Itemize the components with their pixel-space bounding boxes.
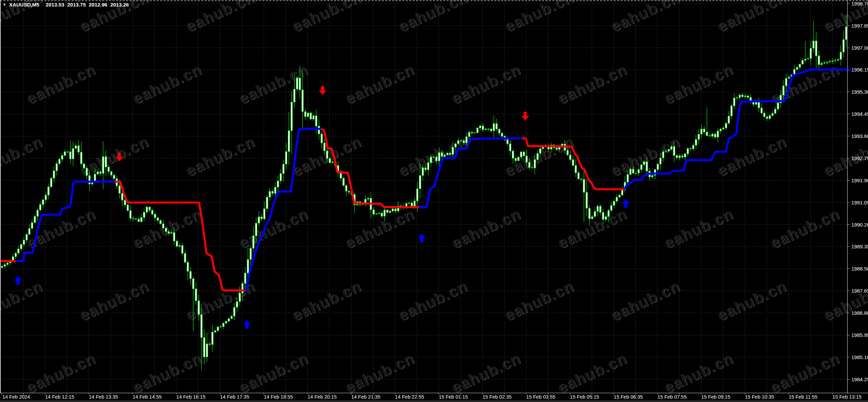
candle-body (184, 253, 186, 262)
time-axis-label: 15 Feb 01:15 (439, 394, 468, 400)
watermark-text: eahub.cn (0, 133, 45, 180)
time-axis-label: 14 Feb 18:55 (264, 394, 293, 400)
candle-body (277, 181, 279, 187)
time-axis[interactable]: 14 Feb 202414 Feb 12:1514 Feb 13:3514 Fe… (0, 393, 868, 400)
candle-body (59, 159, 60, 164)
candle-body (422, 168, 424, 175)
candle-body (392, 209, 393, 211)
candle-body (206, 344, 208, 357)
candle-body (449, 153, 451, 154)
candle-body (777, 103, 779, 109)
watermark-text: eahub.cn (555, 349, 629, 397)
candle-body (717, 131, 719, 137)
price-axis-label: 1991.05 (851, 200, 868, 205)
candle-body (269, 191, 270, 197)
candle-body (386, 210, 388, 213)
candle-body (490, 129, 492, 131)
price-tick (848, 180, 850, 181)
candle-body (835, 60, 836, 61)
price-chart-canvas[interactable]: eahub.cneahub.cneahub.cneahub.cneahub.cn… (0, 0, 868, 402)
candle-body (742, 95, 743, 97)
price-tick (848, 357, 850, 357)
candle-body (772, 113, 773, 115)
candle-body (433, 157, 435, 157)
candle-body (313, 116, 314, 119)
candle-body (239, 293, 241, 302)
candle-body (782, 86, 784, 95)
price-axis-label: 1985.95 (851, 333, 868, 338)
candle-body (744, 96, 746, 97)
candle-body (72, 149, 74, 159)
candle-body (441, 153, 443, 156)
time-axis-label: 14 Feb 14:55 (133, 394, 161, 400)
candle-body (589, 208, 590, 219)
price-axis-label: 1989.35 (851, 244, 868, 249)
candle-body (761, 108, 762, 113)
candle-body (64, 152, 66, 155)
candle-body (162, 224, 164, 228)
candle-body (310, 113, 312, 119)
candle-body (89, 175, 90, 184)
price-axis[interactable]: 1998.701997.851997.001996.151995.301994.… (847, 0, 868, 393)
candle-body (769, 115, 771, 119)
chart-title: ▼ XAUUSD,M5 2013.53 2013.75 2012.96 2013… (3, 2, 129, 7)
watermark-text: eahub.cn (23, 60, 98, 108)
candle-body (660, 158, 661, 164)
ohlc-open: 2013.53 (46, 2, 64, 7)
price-axis-label: 1990.20 (851, 222, 868, 227)
candle-body (733, 98, 735, 106)
candle-body (474, 133, 476, 133)
window-bottom-strip (0, 400, 868, 402)
candle-body (305, 112, 306, 117)
candle-body (695, 139, 697, 145)
candle-body (610, 205, 612, 211)
watermark-text: eahub.cn (236, 349, 310, 397)
candle-body (288, 130, 290, 152)
buy-arrow-icon (418, 233, 425, 242)
candle-body (414, 201, 416, 206)
candle-body (556, 148, 558, 149)
price-tick (848, 379, 850, 380)
current-price-marker (848, 69, 851, 71)
candle-body (132, 218, 134, 219)
candle-body (165, 228, 167, 231)
time-axis-label: 15 Feb 06:35 (614, 394, 643, 400)
time-axis-label: 15 Feb 13:15 (833, 394, 862, 400)
candle-body (26, 234, 28, 240)
candle-body (684, 154, 686, 157)
candle-body (75, 146, 77, 149)
grid-lines (0, 0, 847, 392)
price-axis-label: 1997.00 (851, 45, 868, 50)
watermark-text: eahub.cn (714, 277, 789, 324)
candle-body (580, 179, 582, 180)
chart-dropdown-icon[interactable]: ▼ (3, 2, 6, 7)
candle-body (455, 144, 456, 147)
candle-body (86, 168, 88, 176)
candle-body (747, 96, 749, 97)
window-top-border (0, 0, 868, 1)
candle-body (520, 152, 522, 157)
time-axis-label: 14 Feb 12:15 (45, 394, 74, 400)
mt4-chart-window: eahub.cneahub.cneahub.cneahub.cneahub.cn… (0, 0, 868, 402)
candle-body (80, 152, 82, 164)
price-axis-label: 1986.80 (851, 310, 868, 315)
candle-body (53, 171, 55, 178)
watermark-text: eahub.cn (608, 277, 682, 324)
candle-body (447, 153, 448, 155)
buy-arrow-icon (243, 320, 251, 329)
candle-body (255, 223, 257, 236)
candle-body (515, 158, 516, 161)
watermark-layer: eahub.cneahub.cneahub.cneahub.cneahub.cn… (0, 0, 868, 397)
candle-body (509, 144, 511, 151)
candle-body (299, 78, 301, 90)
candle-body (146, 207, 148, 212)
candle-body (640, 165, 642, 169)
candle-body (56, 164, 58, 171)
candle-body (837, 59, 839, 60)
candle-body (275, 187, 276, 193)
candle-body (785, 78, 787, 86)
candle-body (635, 173, 637, 174)
candle-body (714, 134, 716, 137)
candle-body (343, 178, 344, 185)
candle-body (285, 152, 287, 164)
